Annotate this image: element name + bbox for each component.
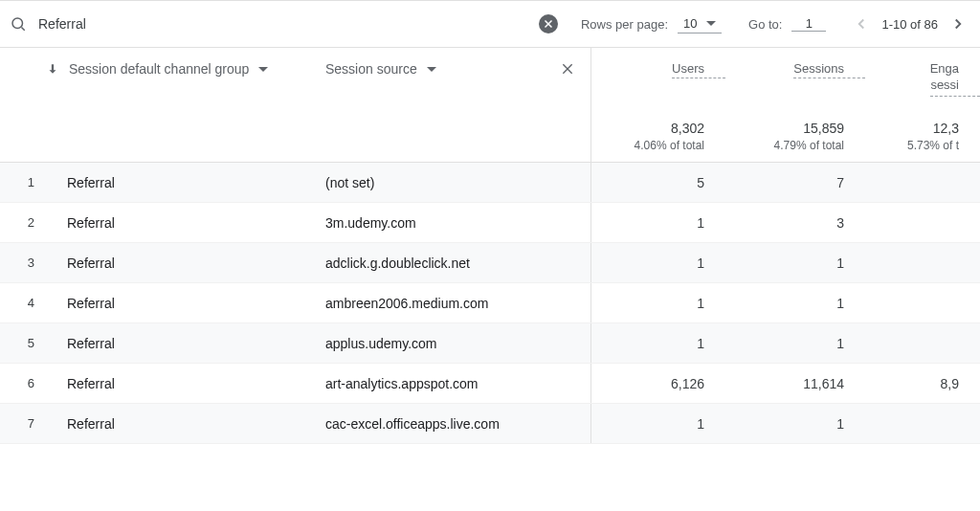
row-channel-group: Referral bbox=[46, 296, 325, 311]
row-users: 5 bbox=[591, 175, 725, 190]
metric-users-header[interactable]: Users bbox=[672, 61, 725, 78]
row-sessions: 7 bbox=[725, 175, 865, 190]
table-row[interactable]: 6 Referral art-analytics.appspot.com 6,1… bbox=[0, 364, 980, 404]
dimension-1-header[interactable]: Session default channel group bbox=[46, 61, 325, 77]
goto-input[interactable] bbox=[791, 16, 826, 32]
total-sessions: 15,859 4.79% of total bbox=[725, 121, 865, 152]
row-number: 5 bbox=[0, 336, 46, 350]
pager: 1-10 of 86 bbox=[849, 11, 970, 36]
metric-sessions-header[interactable]: Sessions bbox=[793, 61, 865, 78]
row-channel-group: Referral bbox=[46, 376, 325, 391]
rows-per-page: Rows per page: 10 bbox=[581, 14, 722, 33]
row-session-source: (not set) bbox=[325, 175, 590, 190]
row-channel-group: Referral bbox=[46, 336, 325, 351]
row-metrics: 1 1 bbox=[591, 243, 980, 282]
row-metrics: 6,126 11,614 8,9 bbox=[591, 364, 980, 403]
row-dimensions: 7 Referral cac-excel.officeapps.live.com bbox=[0, 404, 591, 443]
prev-page-button[interactable] bbox=[849, 11, 874, 36]
search-wrap bbox=[10, 15, 539, 33]
row-users: 1 bbox=[591, 336, 725, 351]
row-session-source: art-analytics.appspot.com bbox=[325, 376, 590, 391]
row-dimensions: 1 Referral (not set) bbox=[0, 163, 591, 202]
row-users: 1 bbox=[591, 256, 725, 271]
dimension-1-label: Session default channel group bbox=[69, 61, 249, 77]
metric-headers: Users Sessions Enga sessi 8,302 4.06% of… bbox=[591, 48, 980, 162]
row-engaged: 8,9 bbox=[865, 376, 980, 391]
rows-per-page-value: 10 bbox=[683, 16, 697, 31]
column-headers: Session default channel group Session so… bbox=[0, 48, 980, 163]
search-input[interactable] bbox=[38, 16, 539, 32]
row-number: 2 bbox=[0, 215, 46, 230]
table-row[interactable]: 4 Referral ambreen2006.medium.com 1 1 bbox=[0, 283, 980, 323]
goto-label: Go to: bbox=[748, 17, 782, 32]
caret-down-icon bbox=[427, 67, 436, 72]
row-number: 3 bbox=[0, 256, 46, 270]
table-row[interactable]: 7 Referral cac-excel.officeapps.live.com… bbox=[0, 404, 980, 444]
metric-totals: 8,302 4.06% of total 15,859 4.79% of tot… bbox=[591, 113, 980, 162]
row-dimensions: 3 Referral adclick.g.doubleclick.net bbox=[0, 243, 591, 282]
metric-engaged-header[interactable]: Enga sessi bbox=[930, 61, 980, 97]
row-number: 4 bbox=[0, 296, 46, 310]
page-range: 1-10 of 86 bbox=[881, 17, 938, 32]
row-session-source: cac-excel.officeapps.live.com bbox=[325, 416, 590, 432]
row-session-source: ambreen2006.medium.com bbox=[325, 296, 590, 311]
row-dimensions: 5 Referral applus.udemy.com bbox=[0, 323, 591, 363]
table-row[interactable]: 3 Referral adclick.g.doubleclick.net 1 1 bbox=[0, 243, 980, 283]
clear-search-button[interactable] bbox=[539, 14, 558, 33]
row-users: 1 bbox=[591, 416, 725, 432]
table-row[interactable]: 1 Referral (not set) 5 7 bbox=[0, 163, 980, 203]
row-sessions: 1 bbox=[725, 256, 865, 271]
svg-line-1 bbox=[21, 27, 24, 30]
row-session-source: 3m.udemy.com bbox=[325, 215, 590, 231]
row-channel-group: Referral bbox=[46, 256, 325, 271]
next-page-button[interactable] bbox=[946, 11, 970, 36]
row-metrics: 5 7 bbox=[591, 163, 980, 202]
row-metrics: 1 1 bbox=[591, 404, 980, 443]
row-number: 7 bbox=[0, 416, 46, 431]
row-metrics: 1 3 bbox=[591, 203, 980, 242]
row-session-source: applus.udemy.com bbox=[325, 336, 590, 351]
goto: Go to: bbox=[748, 16, 826, 32]
row-dimensions: 6 Referral art-analytics.appspot.com bbox=[0, 364, 591, 403]
sort-desc-icon bbox=[46, 62, 59, 76]
table-row[interactable]: 5 Referral applus.udemy.com 1 1 bbox=[0, 323, 980, 364]
row-sessions: 3 bbox=[725, 215, 865, 231]
caret-down-icon bbox=[706, 21, 716, 26]
dimension-2-dropdown[interactable] bbox=[427, 67, 436, 72]
row-dimensions: 2 Referral 3m.udemy.com bbox=[0, 203, 591, 242]
row-session-source: adclick.g.doubleclick.net bbox=[325, 256, 590, 271]
row-channel-group: Referral bbox=[46, 215, 325, 231]
rows-per-page-label: Rows per page: bbox=[581, 17, 668, 32]
row-sessions: 1 bbox=[725, 416, 865, 432]
table-rows: 1 Referral (not set) 5 7 2 Referral 3m.u… bbox=[0, 163, 980, 444]
dimension-2-header[interactable]: Session source bbox=[325, 61, 560, 77]
row-users: 1 bbox=[591, 215, 725, 231]
row-users: 1 bbox=[591, 296, 725, 311]
total-engaged: 12,3 5.73% of t bbox=[865, 121, 980, 152]
remove-dimension-button[interactable] bbox=[560, 61, 590, 77]
table-row[interactable]: 2 Referral 3m.udemy.com 1 3 bbox=[0, 203, 980, 243]
row-metrics: 1 1 bbox=[591, 323, 980, 363]
row-number: 6 bbox=[0, 376, 46, 390]
rows-per-page-select[interactable]: 10 bbox=[678, 14, 722, 33]
total-users: 8,302 4.06% of total bbox=[591, 121, 725, 152]
search-icon bbox=[10, 15, 27, 33]
svg-point-0 bbox=[12, 18, 23, 29]
row-channel-group: Referral bbox=[46, 416, 325, 432]
row-metrics: 1 1 bbox=[591, 283, 980, 322]
row-channel-group: Referral bbox=[46, 175, 325, 190]
dimension-headers: Session default channel group Session so… bbox=[0, 48, 591, 162]
row-number: 1 bbox=[0, 175, 46, 189]
row-sessions: 1 bbox=[725, 336, 865, 351]
row-sessions: 1 bbox=[725, 296, 865, 311]
caret-down-icon bbox=[258, 67, 268, 72]
row-dimensions: 4 Referral ambreen2006.medium.com bbox=[0, 283, 591, 322]
dimension-1-dropdown[interactable] bbox=[258, 67, 268, 72]
row-users: 6,126 bbox=[591, 376, 725, 391]
dimension-2-label: Session source bbox=[325, 61, 417, 77]
row-sessions: 11,614 bbox=[725, 376, 865, 391]
toolbar: Rows per page: 10 Go to: 1-10 of 86 bbox=[0, 0, 980, 48]
